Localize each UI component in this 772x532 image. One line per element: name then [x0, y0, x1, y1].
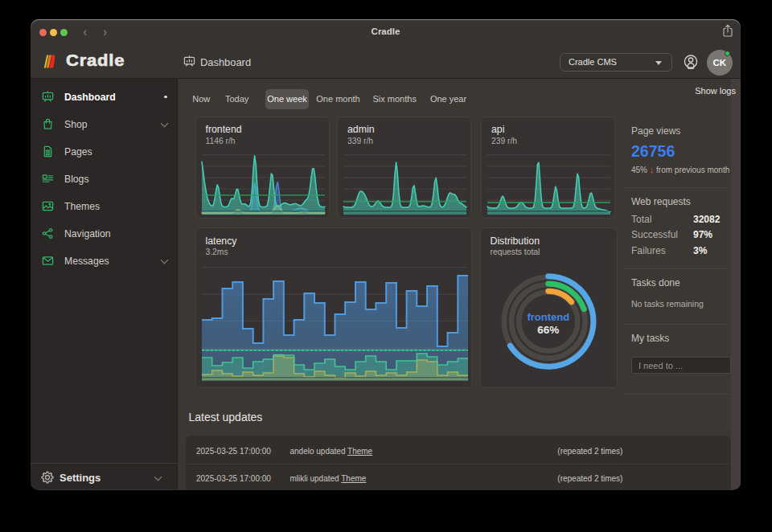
svg-text:frontend: frontend — [527, 311, 569, 323]
svg-text:66%: 66% — [537, 324, 559, 336]
